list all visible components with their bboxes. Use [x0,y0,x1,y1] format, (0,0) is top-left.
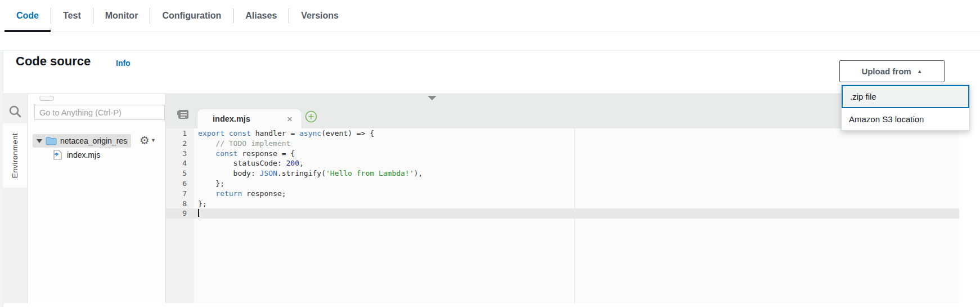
tab-list-icon[interactable] [177,109,189,120]
code-line-text: body: JSON.stringify('Hello from Lambda!… [194,168,959,179]
editor-filler [166,219,959,303]
code-line-text [194,208,959,219]
panel-collapse-handle[interactable] [39,96,54,101]
search-icon[interactable] [8,104,23,119]
upload-from-button[interactable]: Upload from ▲ [839,60,945,82]
line-number: 3 [166,149,194,159]
menu-item-s3-location[interactable]: Amazon S3 location [842,108,969,130]
function-tab-bar: Code Test Monitor Configuration Aliases … [0,0,980,32]
editor-line[interactable]: 5 body: JSON.stringify('Hello from Lambd… [166,168,959,179]
editor-tab-label: index.mjs [213,114,250,123]
tab-test[interactable]: Test [51,0,93,32]
line-number: 9 [166,208,194,219]
code-line-text: return response; [194,189,959,199]
new-tab-plus-icon[interactable] [305,110,317,123]
environment-label: Environment [11,133,19,178]
editor-line[interactable]: 9 [166,208,959,219]
chevron-down-icon[interactable] [37,139,42,143]
folder-icon [46,136,57,145]
tab-test-label: Test [63,11,81,21]
tab-code[interactable]: Code [5,0,51,32]
caret-down-icon: ▼ [151,137,156,143]
tab-versions[interactable]: Versions [289,0,350,32]
code-line-text: }; [194,179,959,189]
menu-item-s3-location-label: Amazon S3 location [849,114,924,124]
menu-item-zip-file-label: .zip file [850,92,876,101]
tree-row-file-index-mjs[interactable]: index.mjs [53,149,100,161]
tab-code-label: Code [16,11,39,21]
tab-configuration-label: Configuration [162,11,221,21]
editor-line[interactable]: 6 }; [166,179,959,189]
code-line-text: }; [194,199,959,209]
line-number: 5 [166,168,194,179]
tab-aliases-label: Aliases [245,11,277,21]
editor-line[interactable]: 4 statusCode: 200, [166,158,959,168]
tab-monitor[interactable]: Monitor [93,0,150,32]
menu-item-zip-file[interactable]: .zip file [842,85,969,108]
line-number: 6 [166,179,194,189]
tree-row-folder[interactable]: netacea_origin_resp [33,134,131,148]
ide-side-strip: Environment [3,94,28,303]
line-number: 1 [166,128,194,139]
upload-from-label: Upload from [861,66,911,76]
upload-from-menu: .zip file Amazon S3 location [841,84,970,131]
editor-line[interactable]: 1export const handler = async(event) => … [166,128,959,139]
code-file-icon [53,150,62,160]
info-link[interactable]: Info [116,59,131,68]
line-number: 8 [166,199,194,209]
environment-panel-tab[interactable]: Environment [3,123,27,188]
tab-configuration[interactable]: Configuration [150,0,233,32]
text-cursor [198,209,199,217]
tab-monitor-label: Monitor [105,11,138,21]
tab-versions-label: Versions [301,11,339,21]
code-line-text: statusCode: 200, [194,158,959,168]
editor-tab-index-mjs[interactable]: index.mjs × [197,109,302,128]
editor-line[interactable]: 2 // TODO implement [166,139,959,149]
code-editor-body[interactable]: 1export const handler = async(event) => … [166,128,959,303]
close-icon[interactable]: × [287,114,293,124]
file-name-label: index.mjs [67,150,100,159]
editor-rows: 1export const handler = async(event) => … [166,128,959,303]
tab-aliases[interactable]: Aliases [233,0,289,32]
folder-name-label: netacea_origin_resp [60,136,128,145]
code-editor-ide: Environment netacea_origin_resp ⚙ ▼ inde… [3,94,959,302]
code-line-text: // TODO implement [194,139,959,149]
caret-up-icon: ▲ [917,69,923,74]
editor-line[interactable]: 3 const response = { [166,149,959,159]
file-tree-panel: netacea_origin_resp ⚙ ▼ index.mjs [28,94,166,303]
menu-collapse-handle-icon[interactable] [428,96,437,100]
gear-icon: ⚙ [140,134,150,147]
goto-anything-input[interactable] [34,105,165,120]
page-title: Code source [16,54,91,69]
line-number: 4 [166,158,194,168]
line-number: 7 [166,189,194,199]
tree-settings-button[interactable]: ⚙ ▼ [140,134,156,147]
editor-column: index.mjs × 1export const handler = asyn… [166,94,959,303]
line-number: 2 [166,139,194,149]
editor-line[interactable]: 7 return response; [166,189,959,199]
editor-line[interactable]: 8}; [166,199,959,209]
code-line-text: const response = { [194,149,959,159]
